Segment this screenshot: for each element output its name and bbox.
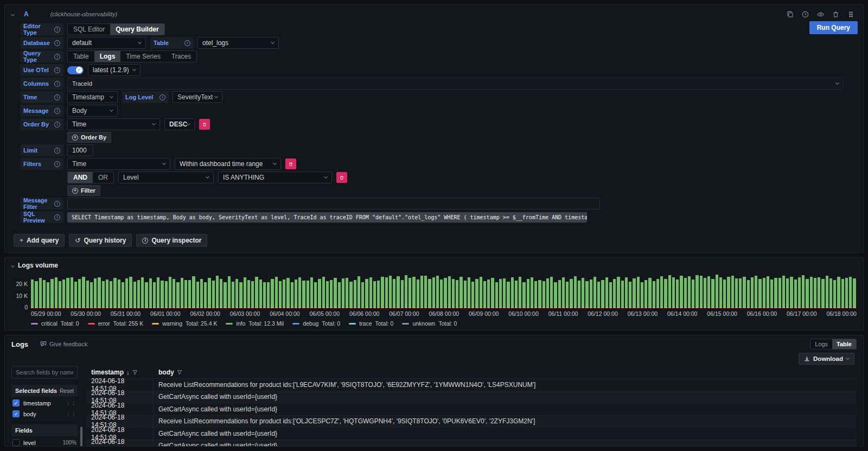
info-icon[interactable] [54,40,60,46]
give-feedback-link[interactable]: Give feedback [40,341,87,347]
remove-order-by-button[interactable] [199,119,210,130]
search-fields-input[interactable] [11,366,78,379]
volume-bar [550,277,553,308]
collapse-chevron-icon[interactable] [11,12,15,16]
table-row[interactable]: 2024-06-18 14:51:08GetCartAsync called w… [86,403,857,416]
info-icon[interactable] [54,81,60,87]
query-type-option-traces[interactable]: Traces [166,51,196,62]
download-button[interactable]: Download [799,353,854,365]
view-toggle-table[interactable]: Table [832,339,856,349]
order-by-field-select[interactable]: Time [67,118,160,130]
legend-item-warning[interactable]: warningTotal: 25.4 K [152,320,217,327]
filter1-operator-select[interactable]: Within dashboard time range [175,158,281,170]
body-column-header[interactable]: body [154,369,187,376]
use-otel-toggle[interactable]: ✓ [67,66,84,74]
trash-icon[interactable] [832,10,839,18]
table-row[interactable]: 2024-06-18 14:51:08GetCartAsync called w… [86,391,857,404]
remove-filter2-button[interactable] [336,172,347,183]
table-select[interactable]: otel_logs [197,37,279,49]
query-type-option-logs[interactable]: Logs [94,51,121,62]
message-column-select[interactable]: Body [67,105,118,117]
table-row[interactable]: 2024-06-18 14:51:08Receive ListRecommend… [86,379,857,391]
x-tick-label: 06/08 00:00 [429,310,459,317]
filter-icon[interactable] [177,370,182,375]
volume-bar [515,281,518,308]
plus-icon: + [20,237,23,244]
add-order-by-row: + Order By [67,132,859,143]
filter-icon[interactable] [132,370,138,375]
add-order-by-button[interactable]: + Order By [67,132,111,143]
add-filter-button[interactable]: + Filter [67,185,100,196]
available-field-row: level100% [11,438,78,447]
info-icon[interactable] [54,108,60,114]
logs-volume-header[interactable]: Logs volume [11,262,857,269]
legend-item-unknown[interactable]: unknownTotal: 0 [402,320,457,327]
field-checkbox[interactable]: ✓ [12,410,20,417]
info-icon[interactable] [184,40,190,46]
legend-item-critical[interactable]: criticalTotal: 0 [31,320,79,327]
editor-type-option-sql-editor[interactable]: SQL Editor [68,24,110,35]
order-by-direction-select[interactable]: DESC [164,118,195,130]
filter1-field-select[interactable]: Time [67,158,170,170]
otel-version-select[interactable]: latest (1.2.9) [88,64,141,76]
legend-item-trace[interactable]: traceTotal: 0 [349,320,393,327]
query-type-option-table[interactable]: Table [68,51,94,62]
field-checkbox[interactable] [12,439,20,446]
info-icon[interactable] [54,94,60,100]
query-ref-id[interactable]: A [24,10,29,18]
query-inspector-button[interactable]: Query inspector [136,234,207,247]
x-tick-label: 06/11 00:00 [548,310,578,317]
filter2-operator-select[interactable]: IS ANYTHING [218,171,332,183]
limit-input[interactable] [67,144,93,156]
info-icon[interactable] [54,54,60,60]
legend-item-debug[interactable]: debugTotal: 0 [292,320,340,327]
body-cell: Receive ListRecommendations for product … [154,381,540,389]
add-query-button[interactable]: + Add query [14,234,65,247]
query-history-button[interactable]: ↺ Query history [69,234,132,247]
sort-desc-icon[interactable]: ↓ [126,369,130,376]
info-icon[interactable] [54,67,60,73]
database-select[interactable]: default [67,37,146,49]
column-name[interactable]: body [158,369,174,376]
field-percentage: 100% [62,440,76,446]
eye-icon[interactable] [816,10,824,18]
message-filter-input[interactable] [67,198,600,209]
duplicate-icon[interactable] [786,10,794,18]
info-icon[interactable] [159,94,165,100]
sidebar-scrollbar[interactable] [80,427,82,447]
table-row[interactable]: 2024-06-18 14:51:08GetCartAsync called w… [86,440,857,447]
drag-handle-icon[interactable] [847,10,854,18]
remove-filter1-button[interactable] [285,158,296,169]
history-icon[interactable] [801,10,809,18]
reset-button[interactable]: Reset [60,388,74,394]
timestamp-column-header[interactable]: timestamp ↓ [86,369,154,376]
volume-chart[interactable] [31,275,857,308]
info-icon[interactable] [54,27,60,33]
field-checkbox[interactable]: ✓ [12,399,20,406]
table-row[interactable]: 2024-06-18 14:51:08GetCartAsync called w… [86,428,857,440]
legend-color-dash [292,323,299,325]
legend-item-info[interactable]: infoTotal: 12.3 Mil [226,320,284,327]
drag-handle-icon[interactable]: ⋮⋮ [66,411,76,417]
editor-type-option-query-builder[interactable]: Query Builder [110,24,164,35]
info-icon[interactable] [54,161,60,167]
table-row[interactable]: 2024-06-18 14:51:08Receive ListRecommend… [86,416,857,428]
columns-multiselect[interactable]: TraceId [67,78,844,90]
filter2-field-select[interactable]: Level [118,171,214,183]
view-toggle-logs[interactable]: Logs [810,339,832,349]
info-icon[interactable] [54,122,60,128]
drag-handle-icon[interactable]: ⋮⋮ [66,401,76,406]
bool-and-option[interactable]: AND [68,172,93,183]
legend-item-error[interactable]: errorTotal: 255 K [88,320,144,327]
x-tick-label: 05/30 00:00 [71,310,100,317]
legend-color-dash [152,323,159,325]
query-type-option-time-series[interactable]: Time Series [120,51,166,62]
info-icon[interactable] [54,214,60,220]
column-name[interactable]: timestamp [91,369,124,376]
run-query-button[interactable]: Run Query [809,21,858,34]
log-level-select[interactable]: SeverityText [173,91,222,103]
time-column-select[interactable]: Timestamp [67,91,118,103]
info-icon[interactable] [54,201,60,207]
bool-or-option[interactable]: OR [93,172,113,183]
info-icon[interactable] [54,148,60,154]
